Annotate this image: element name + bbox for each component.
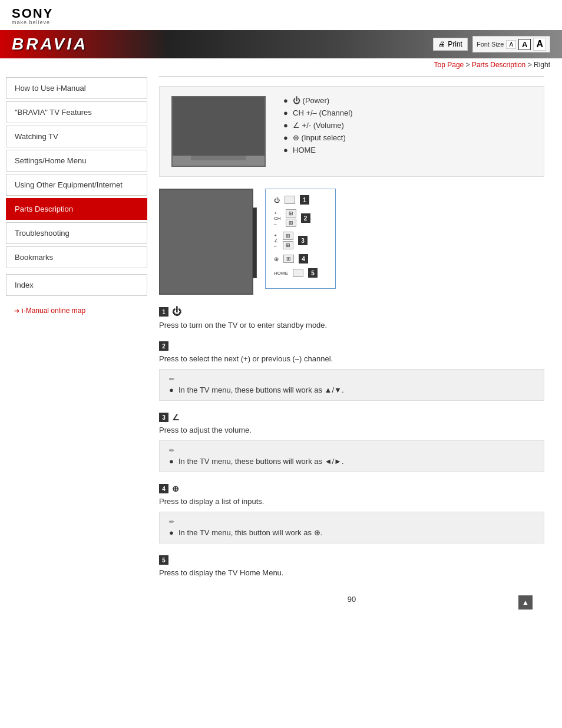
- feature-input: ⊕ (Input select): [283, 133, 353, 142]
- font-size-small-button[interactable]: A: [506, 40, 516, 49]
- btn-box-2a: ⊞: [286, 209, 296, 218]
- section-2-desc: Press to select the next (+) or previous…: [159, 354, 544, 363]
- section-2-note: ✏ In the TV menu, these buttons will wor…: [159, 369, 544, 401]
- section-5-num: 5: [159, 555, 168, 565]
- btn-group-2: ⊞ ⊞: [286, 209, 296, 227]
- section-2: 2 Press to select the next (+) or previo…: [159, 341, 544, 401]
- btn-group-5: [293, 269, 303, 277]
- note-icon-3: ✏: [169, 447, 534, 454]
- num-badge-4: 4: [299, 254, 308, 263]
- power-icon-large: ⏻: [172, 307, 181, 317]
- header: SONY make.believe: [0, 0, 562, 30]
- input-symbol: ⊕: [274, 256, 279, 262]
- arrow-right-icon: ➔: [14, 307, 19, 315]
- breadcrumb-sep2: >: [528, 61, 534, 69]
- breadcrumb-sep1: >: [466, 61, 472, 69]
- ch-label: +CH–: [274, 210, 281, 226]
- btn-box-4a: ⊞: [283, 255, 294, 263]
- section-4-note: ✏ In the TV menu, this button will work …: [159, 512, 544, 543]
- scroll-to-top-button[interactable]: [518, 595, 533, 610]
- brand-name: SONY: [12, 7, 550, 20]
- sidebar-item-how-to-use[interactable]: How to Use i-Manual: [6, 77, 147, 99]
- sidebar-item-bookmarks[interactable]: Bookmarks: [6, 246, 147, 268]
- section-4-header: 4 ⊕: [159, 484, 544, 493]
- tv-stand: [191, 156, 246, 160]
- section-4-desc: Press to display a list of inputs.: [159, 497, 544, 506]
- sidebar-item-bravia-features[interactable]: "BRAVIA" TV Features: [6, 101, 147, 123]
- tv-side-image: [159, 189, 253, 295]
- section-3-note-item: In the TV menu, these buttons will work …: [169, 457, 534, 466]
- diagram-section: ⏻ 1 +CH– ⊞ ⊞ 2 +∠–: [159, 189, 544, 295]
- num-badge-2: 2: [301, 213, 310, 223]
- volume-icon: ∠: [172, 413, 180, 422]
- sidebar-item-settings-home[interactable]: Settings/Home Menu: [6, 150, 147, 172]
- section-4: 4 ⊕ Press to display a list of inputs. ✏…: [159, 484, 544, 543]
- bravia-title: BRAVIA: [12, 35, 88, 54]
- print-button[interactable]: 🖨 Print: [433, 38, 468, 51]
- breadcrumb-current: Right: [534, 61, 550, 69]
- sidebar: How to Use i-Manual "BRAVIA" TV Features…: [6, 71, 147, 621]
- feature-list: ⏻ (Power) CH +/– (Channel) ∠ +/- (Volume…: [283, 96, 353, 158]
- sidebar-item-index[interactable]: Index: [6, 274, 147, 296]
- num-badge-5: 5: [308, 268, 318, 278]
- diagram-row-2: +CH– ⊞ ⊞ 2: [274, 209, 327, 227]
- online-map-link[interactable]: ➔ i-Manual online map: [6, 302, 147, 319]
- breadcrumb-top-page[interactable]: Top Page: [434, 61, 464, 69]
- font-size-controls: Font Size A A A: [472, 36, 550, 52]
- sidebar-item-troubleshooting[interactable]: Troubleshooting: [6, 222, 147, 244]
- btn-group-4: ⊞: [283, 255, 294, 263]
- main-layout: How to Use i-Manual "BRAVIA" TV Features…: [0, 71, 562, 621]
- btn-group-3: ⊞ ⊞: [283, 232, 293, 249]
- num-badge-3: 3: [298, 236, 308, 245]
- section-4-num: 4: [159, 484, 168, 493]
- btn-box-3b: ⊞: [283, 241, 293, 249]
- diagram-row-5: HOME 5: [274, 268, 327, 278]
- section-2-header: 2: [159, 341, 544, 351]
- breadcrumb: Top Page > Parts Description > Right: [0, 58, 562, 71]
- section-3-note: ✏ In the TV menu, these buttons will wor…: [159, 440, 544, 472]
- page-footer: 90: [159, 589, 544, 610]
- tv-screen: [173, 97, 265, 156]
- vol-label: +∠–: [274, 233, 278, 249]
- num-badge-1: 1: [300, 195, 309, 205]
- note-icon-2: ✏: [169, 375, 534, 383]
- font-size-large-button[interactable]: A: [533, 38, 546, 51]
- section-1-header: 1 ⏻: [159, 307, 544, 317]
- section-3-num: 3: [159, 413, 168, 422]
- feature-volume: ∠ +/- (Volume): [283, 121, 353, 130]
- section-1: 1 ⏻ Press to turn on the TV or to enter …: [159, 307, 544, 330]
- sidebar-item-using-other[interactable]: Using Other Equipment/Internet: [6, 174, 147, 196]
- feature-power: ⏻ (Power): [283, 96, 353, 105]
- font-size-medium-button[interactable]: A: [518, 39, 531, 50]
- section-1-num: 1: [159, 307, 168, 317]
- home-label: HOME: [274, 271, 288, 276]
- content-area: ⏻ (Power) CH +/– (Channel) ∠ +/- (Volume…: [147, 71, 556, 621]
- feature-home: HOME: [283, 146, 353, 154]
- banner-tools: 🖨 Print Font Size A A A: [433, 36, 550, 52]
- brand-tagline: make.believe: [12, 20, 550, 25]
- printer-icon: 🖨: [438, 40, 445, 48]
- feature-channel: CH +/– (Channel): [283, 108, 353, 117]
- online-map-label: i-Manual online map: [22, 307, 85, 315]
- sidebar-item-watching-tv[interactable]: Watching TV: [6, 126, 147, 147]
- sidebar-item-parts-description[interactable]: Parts Description: [6, 198, 147, 220]
- section-2-note-item: In the TV menu, these buttons will work …: [169, 386, 534, 394]
- diagram-row-3: +∠– ⊞ ⊞ 3: [274, 232, 327, 249]
- side-panel-indicator: [252, 207, 257, 278]
- btn-box-3a: ⊞: [283, 232, 293, 240]
- diagram-row-4: ⊕ ⊞ 4: [274, 254, 327, 263]
- btn-box-1a: [285, 196, 295, 204]
- btn-box-2b: ⊞: [286, 219, 296, 227]
- section-5-desc: Press to display the TV Home Menu.: [159, 568, 544, 577]
- tv-front-image: [171, 96, 266, 167]
- section-1-desc: Press to turn on the TV or to enter stan…: [159, 321, 544, 330]
- button-diagram: ⏻ 1 +CH– ⊞ ⊞ 2 +∠–: [265, 189, 336, 289]
- input-icon-large: ⊕: [172, 484, 179, 493]
- page-number: 90: [348, 595, 356, 604]
- note-icon-4: ✏: [169, 518, 534, 526]
- bravia-banner: BRAVIA 🖨 Print Font Size A A A: [0, 30, 562, 58]
- btn-box-5a: [293, 269, 303, 277]
- breadcrumb-parts-description[interactable]: Parts Description: [472, 61, 525, 69]
- btn-group-1: [285, 196, 295, 204]
- diagram-row-1: ⏻ 1: [274, 195, 327, 205]
